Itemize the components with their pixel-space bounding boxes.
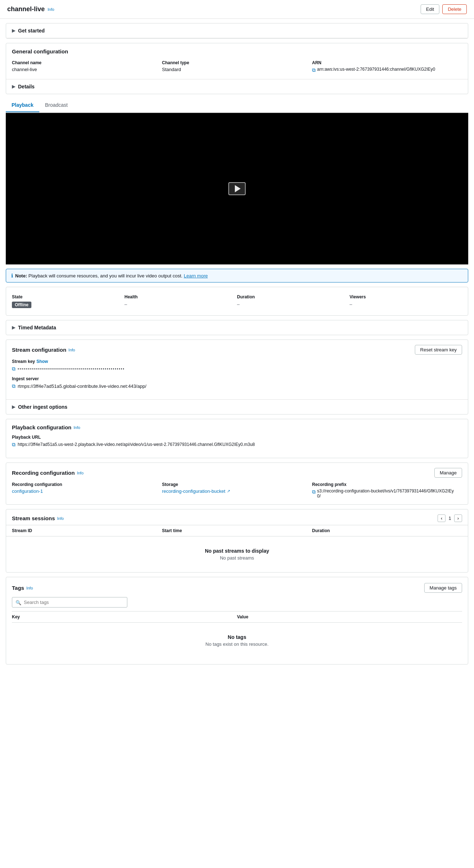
manage-recording-button[interactable]: Manage [434,468,462,478]
storage-label: Storage [162,482,306,487]
arn-value: arn:aws:ivs:us-west-2:767397931446:chann… [317,67,435,72]
note-info-icon: ℹ [11,273,13,279]
recording-config-field: Recording configuration configuration-1 [12,482,162,499]
recording-config-info[interactable]: Info [77,471,83,475]
play-button[interactable] [228,182,246,195]
ingest-server-field: Ingest server ⧉ rtmps://3ff4e7ad51a5.glo… [12,376,462,389]
details-section[interactable]: ▶ Details [6,79,468,94]
tags-empty-subtitle: No tags exist on this resource. [23,641,451,647]
channel-name-label: Channel name [12,60,156,65]
viewers-label: Viewers [350,294,462,299]
duration-label: Duration [237,294,350,299]
playback-config-title: Playback configuration [12,424,71,430]
details-collapse-icon: ▶ [12,84,15,89]
tab-playback[interactable]: Playback [6,98,39,112]
details-label: Details [18,84,35,89]
ingest-server-label: Ingest server [12,376,39,381]
get-started-label: Get started [18,28,45,34]
health-stat: Health – [124,291,237,311]
stream-key-dots: ••••••••••••••••••••••••••••••••••••••••… [18,367,125,371]
header-actions: Edit Delete [421,4,467,14]
other-ingest-section[interactable]: ▶ Other ingest options [6,399,468,414]
stream-sessions-title: Stream sessions [12,515,55,521]
recording-config-title: Recording configuration [12,470,75,476]
playback-url-value: https://3ff4e7ad51a5.us-west-2.playback.… [18,442,255,447]
channel-type-field: Channel type Standard [162,60,312,73]
video-player[interactable] [6,113,468,264]
tags-search-container: 🔍 [12,597,127,608]
state-label: State [12,294,124,299]
search-icon: 🔍 [16,600,21,605]
page-current: 1 [448,516,451,521]
learn-more-link[interactable]: Learn more [184,273,208,279]
health-value: – [124,302,237,307]
stream-config-info[interactable]: Info [69,348,75,352]
channel-name-value: channel-live [12,67,156,72]
arn-copy-icon[interactable]: ⧉ [312,67,316,73]
tags-empty: No tags No tags exist on this resource. [12,623,462,658]
page-next-button[interactable]: › [454,514,462,522]
ingest-server-copy-icon[interactable]: ⧉ [12,383,16,389]
tags-title: Tags [12,585,24,591]
recording-prefix-field: Recording prefix ⧉ s3://recording-config… [312,482,462,499]
start-time-header: Start time [162,528,312,533]
general-config-title: General configuration [12,48,462,54]
other-ingest-icon: ▶ [12,404,15,409]
tags-table-header: Key Value [12,611,462,623]
value-header: Value [237,614,462,619]
pagination: ‹ 1 › [438,514,462,522]
playback-url-label: Playback URL [12,435,41,440]
storage-external-icon: ↗ [227,489,230,494]
timed-metadata-icon: ▶ [12,325,15,330]
manage-tags-button[interactable]: Manage tags [424,583,462,593]
recording-prefix-copy-icon[interactable]: ⧉ [312,489,316,495]
play-triangle-icon [235,185,241,192]
stream-key-show[interactable]: Show [36,359,48,364]
playback-config-info[interactable]: Info [74,425,80,430]
page-title: channel-live [7,5,45,13]
stream-config-title: Stream configuration [12,347,66,353]
arn-field: ARN ⧉ arn:aws:ivs:us-west-2:767397931446… [312,60,462,73]
search-tags-input[interactable] [12,597,127,608]
duration-value: – [237,302,350,307]
stream-sessions-info[interactable]: Info [57,516,63,521]
key-header: Key [12,614,237,619]
channel-name-field: Channel name channel-live [12,60,162,73]
edit-button[interactable]: Edit [421,4,439,14]
channel-type-value: Standard [162,67,306,72]
stream-sessions-empty: No past streams to display No past strea… [6,536,468,572]
recording-config-value[interactable]: configuration-1 [12,488,43,494]
recording-config-label: Recording configuration [12,482,156,487]
delete-button[interactable]: Delete [442,4,467,14]
tab-broadcast[interactable]: Broadcast [39,98,74,112]
stream-id-header: Stream ID [12,528,162,533]
viewers-value: – [350,302,462,307]
stream-key-copy-icon[interactable]: ⧉ [12,366,16,372]
timed-metadata-section[interactable]: ▶ Timed Metadata [6,320,468,335]
page-prev-button[interactable]: ‹ [438,514,446,522]
duration-header: Duration [312,528,462,533]
header-info-badge[interactable]: Info [48,7,54,12]
ingest-server-value: rtmps://3ff4e7ad51a5.global-contribute.l… [18,383,146,389]
reset-stream-key-button[interactable]: Reset stream key [415,345,462,355]
channel-type-label: Channel type [162,60,306,65]
viewers-stat: Viewers – [350,291,462,311]
note-prefix: Note: [15,273,27,279]
other-ingest-label: Other ingest options [18,404,67,410]
recording-prefix-value: s3://recording-configuration-bucket/ivs/… [317,488,456,499]
tags-empty-title: No tags [23,634,451,640]
stream-sessions-empty-subtitle: No past streams [18,555,456,561]
storage-field: Storage recording-configuration-bucket ↗ [162,482,312,499]
stream-key-label: Stream key [12,359,35,364]
storage-value[interactable]: recording-configuration-bucket [162,488,225,494]
tags-info[interactable]: Info [26,586,33,590]
note-text: Playback will consume resources, and you… [28,273,184,279]
playback-url-copy-icon[interactable]: ⧉ [12,442,16,448]
stream-key-field: Stream key Show ⧉ ••••••••••••••••••••••… [12,359,462,372]
get-started-collapse-icon: ▶ [12,28,15,33]
recording-prefix-label: Recording prefix [312,482,456,487]
state-badge: Offline [12,302,31,308]
state-stat: State Offline [12,291,124,311]
get-started-section[interactable]: ▶ Get started [6,23,468,38]
note-banner: ℹ Note: Playback will consume resources,… [6,269,468,282]
